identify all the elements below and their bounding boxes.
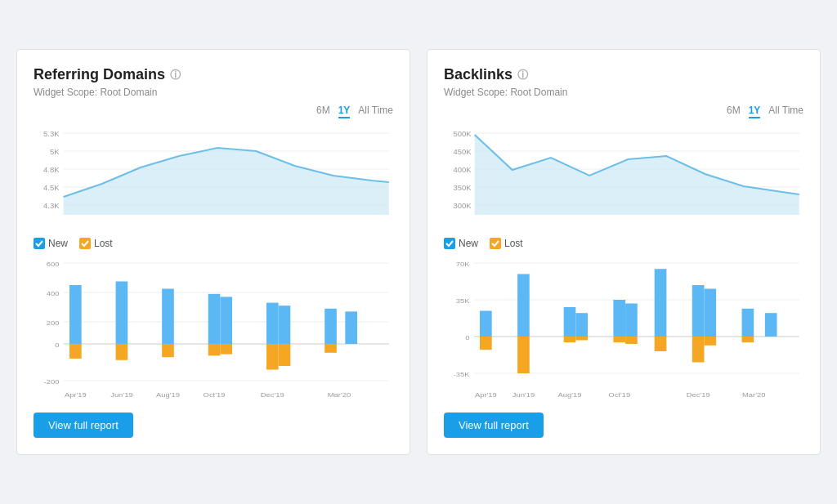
new-checkbox[interactable] [34, 238, 45, 249]
bar-chart-area: 600 400 200 0 -200 [34, 256, 393, 403]
view-report-button-1[interactable]: View full report [34, 413, 133, 438]
svg-rect-81 [742, 309, 754, 337]
svg-text:-200: -200 [44, 377, 60, 385]
svg-text:Apr'19: Apr'19 [475, 390, 497, 398]
legend-new: New [444, 238, 478, 249]
svg-rect-82 [742, 337, 754, 342]
svg-rect-25 [162, 289, 174, 345]
legend-lost: Lost [490, 238, 523, 249]
svg-text:5.3K: 5.3K [43, 130, 60, 138]
legend-new-label: New [48, 238, 68, 249]
svg-rect-29 [220, 297, 232, 344]
svg-text:200: 200 [47, 319, 60, 326]
svg-rect-33 [279, 306, 291, 344]
svg-rect-80 [704, 337, 716, 346]
svg-text:400: 400 [47, 289, 60, 297]
info-icon[interactable]: ⓘ [170, 68, 181, 83]
svg-text:300K: 300K [454, 202, 472, 210]
svg-text:-35K: -35K [454, 370, 470, 377]
svg-rect-27 [208, 294, 221, 344]
svg-rect-30 [220, 344, 232, 355]
svg-rect-67 [564, 307, 576, 337]
new-checkbox[interactable] [444, 238, 455, 249]
svg-rect-77 [692, 285, 705, 337]
time-filter: 6M 1Y All Time [444, 105, 803, 118]
svg-text:70K: 70K [456, 260, 470, 267]
legend-lost-label: Lost [94, 238, 113, 249]
line-chart-area: 500K 450K 400K 350K 300K [444, 125, 803, 231]
svg-text:Mar'20: Mar'20 [328, 390, 351, 398]
svg-rect-31 [266, 303, 279, 344]
referring-domains-title: Referring Domains ⓘ [34, 66, 393, 83]
svg-rect-74 [625, 337, 638, 344]
filter-6m[interactable]: 6M [316, 105, 330, 118]
svg-rect-76 [655, 337, 667, 351]
widget-scope: Widget Scope: Root Domain [444, 87, 803, 98]
line-chart-svg: 500K 450K 400K 350K 300K [444, 125, 803, 231]
svg-rect-28 [208, 344, 221, 355]
svg-rect-66 [517, 337, 530, 373]
svg-rect-78 [692, 337, 705, 363]
svg-text:4.5K: 4.5K [43, 184, 60, 192]
svg-text:400K: 400K [454, 166, 472, 174]
svg-text:Dec'19: Dec'19 [261, 390, 284, 398]
svg-rect-26 [162, 344, 174, 357]
svg-rect-70 [575, 337, 588, 341]
svg-rect-36 [325, 344, 337, 353]
svg-rect-68 [564, 337, 576, 342]
info-icon[interactable]: ⓘ [517, 68, 528, 83]
svg-text:600: 600 [47, 260, 60, 267]
svg-rect-35 [325, 309, 337, 344]
svg-rect-79 [704, 289, 716, 337]
legend-new-label: New [459, 238, 478, 249]
svg-rect-21 [69, 285, 82, 344]
svg-rect-65 [517, 274, 530, 337]
svg-text:4.3K: 4.3K [43, 202, 60, 210]
backlinks-title: Backlinks ⓘ [444, 66, 803, 83]
svg-text:500K: 500K [454, 130, 472, 138]
filter-alltime[interactable]: All Time [358, 105, 393, 118]
svg-text:4.8K: 4.8K [43, 166, 60, 174]
svg-rect-83 [765, 313, 777, 337]
svg-rect-37 [345, 311, 357, 344]
svg-text:5K: 5K [50, 148, 60, 156]
svg-text:35K: 35K [456, 297, 470, 304]
svg-text:0: 0 [465, 333, 469, 341]
svg-marker-54 [475, 135, 799, 215]
svg-text:Dec'19: Dec'19 [687, 390, 710, 398]
time-filter: 6M 1Y All Time [34, 105, 393, 118]
legend: New Lost [444, 238, 803, 249]
svg-marker-10 [64, 148, 389, 215]
svg-rect-22 [69, 344, 82, 359]
svg-text:Aug'19: Aug'19 [156, 390, 180, 398]
svg-text:Apr'19: Apr'19 [65, 390, 87, 398]
svg-rect-71 [613, 300, 625, 337]
legend-new: New [34, 238, 68, 249]
filter-alltime[interactable]: All Time [768, 105, 803, 118]
lost-checkbox[interactable] [79, 238, 91, 249]
legend-lost: Lost [79, 238, 113, 249]
svg-rect-23 [116, 282, 128, 345]
view-report-button-2[interactable]: View full report [444, 413, 544, 438]
filter-6m[interactable]: 6M [727, 105, 741, 118]
svg-rect-24 [116, 344, 128, 360]
svg-rect-69 [575, 313, 588, 337]
svg-rect-34 [279, 344, 291, 366]
svg-text:Oct'19: Oct'19 [608, 390, 630, 398]
svg-text:Aug'19: Aug'19 [558, 390, 582, 398]
backlinks-widget: Backlinks ⓘ Widget Scope: Root Domain 6M… [427, 49, 821, 455]
svg-text:0: 0 [55, 341, 59, 348]
lost-checkbox[interactable] [490, 238, 501, 249]
svg-text:Oct'19: Oct'19 [204, 390, 226, 398]
legend-lost-label: Lost [504, 238, 523, 249]
filter-1y[interactable]: 1Y [338, 105, 351, 118]
line-chart-svg: 5.3K 5K 4.8K 4.5K 4.3K [34, 125, 393, 231]
svg-rect-73 [625, 304, 638, 337]
bar-chart-svg: 70K 35K 0 -35K [444, 256, 803, 403]
widget-scope: Widget Scope: Root Domain [34, 87, 393, 98]
bar-chart-svg: 600 400 200 0 -200 [34, 256, 393, 403]
svg-text:450K: 450K [454, 148, 472, 156]
filter-1y[interactable]: 1Y [749, 105, 761, 118]
svg-text:Mar'20: Mar'20 [742, 390, 766, 398]
svg-text:350K: 350K [454, 184, 472, 192]
